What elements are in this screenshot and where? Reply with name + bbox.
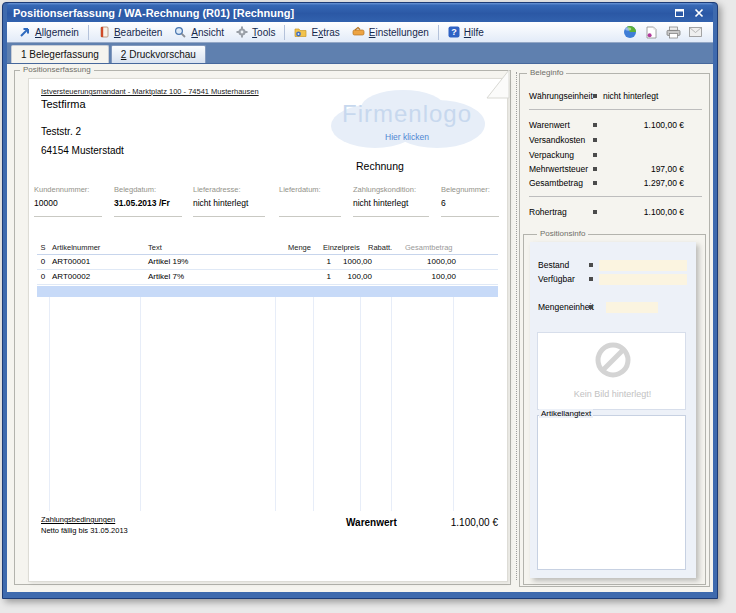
bullet-icon [593,138,597,142]
document-icon[interactable] [644,25,659,39]
menu-item-hilfe[interactable]: ? Hilfe [442,24,490,40]
field-value[interactable]: 6 [441,198,499,208]
logo-click-hint[interactable]: Hier klicken [325,132,489,142]
divider [529,196,702,197]
field-lieferadresse[interactable]: Lieferadresse: nicht hinterlegt [193,185,265,217]
tab-druckvorschau[interactable]: 2 Druckvorschau [111,45,206,63]
column-header-rabatt[interactable]: Rabatt. [368,243,404,252]
positionserfassung-group-label: Positionserfassung [20,65,94,74]
mandant-line[interactable]: Istversteuerungsmandant - Marktplatz 100… [41,87,259,96]
menu-bar: Allgemein Bearbeiten Ansicht [7,22,713,43]
verfuegbar-value-field [599,274,687,285]
bullet-icon [593,123,597,127]
warenwert-footer-label: Warenwert [346,517,397,528]
beleginfo-group-label: Beleginfo [527,68,566,77]
field-value[interactable]: 10000 [34,198,102,208]
table-header-row: S Artikelnummer Text Menge Einzelpreis R… [37,241,498,255]
menu-item-extras[interactable]: Extras [288,24,345,40]
menu-item-allgemein[interactable]: Allgemein [13,24,85,40]
menu-item-label: Ansicht [191,27,224,38]
tab-strip: 1 Belegerfassung 2 Druckvorschau [7,43,713,63]
table-row[interactable]: 0 ART00001 Artikel 19% 1 1000,00 1000,00 [37,255,498,270]
field-value[interactable]: nicht hinterlegt [193,198,265,208]
field-belegdatum[interactable]: Belegdatum: 31.05.2013 /Fr [114,185,182,217]
menu-item-label: Einstellungen [369,27,429,38]
invoice-page: Istversteuerungsmandant - Marktplatz 100… [28,78,508,582]
folder-gear-icon [294,26,307,38]
beleginfo-row-verpackung: Verpackung [529,150,702,162]
tab-belegerfassung[interactable]: 1 Belegerfassung [11,45,109,63]
selected-empty-row[interactable] [37,286,498,297]
title-bar: Positionserfassung / WA-Rechnung (R01) [… [7,3,713,22]
app-window: Positionserfassung / WA-Rechnung (R01) [… [2,2,718,599]
panel-separator [516,72,517,580]
beleginfo-row-warenwert: Warenwert 1.100,00 € [529,120,702,132]
toolbar-right [622,25,707,39]
menu-item-bearbeiten[interactable]: Bearbeiten [92,24,168,40]
menu-item-label: Tools [252,27,275,38]
menu-item-ansicht[interactable]: Ansicht [168,24,230,40]
menu-item-label: Hilfe [464,27,484,38]
address-street: Teststr. 2 [41,126,81,137]
column-header-s[interactable]: S [37,243,49,252]
mengeneinheit-value-field [606,302,658,313]
bestand-value-field [599,260,687,271]
address-name: Testfirma [41,98,86,110]
bullet-icon [589,263,593,267]
page-curl-icon [485,66,511,100]
address-city: 64154 Musterstadt [41,145,124,156]
no-image-icon [594,341,632,379]
bullet-icon [593,181,597,185]
restore-button[interactable] [671,6,687,19]
mail-icon[interactable] [688,25,703,39]
field-lieferdatum[interactable]: Lieferdatum: [279,185,341,217]
restore-icon [674,8,685,18]
help-icon: ? [448,26,460,38]
arrow-up-right-icon [19,26,31,38]
menu-item-tools[interactable]: Tools [230,24,281,40]
notebook-icon [98,26,110,38]
logo-watermark-text: Firmenlogo [325,100,489,128]
artikellangtext-textarea[interactable] [537,415,686,570]
no-image-text: Kein Bild hinterlegt! [538,389,687,399]
close-icon [694,8,704,18]
bullet-icon [593,210,597,214]
beleginfo-row-rohertrag: Rohertrag 1.100,00 € [529,207,702,219]
beleginfo-row-versandkosten: Versandkosten [529,135,702,147]
tab-label: 1 Belegerfassung [21,49,99,60]
column-header-artikelnummer[interactable]: Artikelnummer [52,243,147,252]
field-label: Kundennummer: [34,185,102,194]
tab-label: 2 Druckvorschau [121,49,196,60]
field-value[interactable]: 31.05.2013 /Fr [114,198,182,208]
beleginfo-row-gesamtbetrag: Gesamtbetrag 1.297,00 € [529,178,702,190]
positionsinfo-row-verfuegbar: Verfügbar [538,274,688,286]
printer-icon[interactable] [666,25,681,39]
menu-separator [88,25,89,40]
menu-item-einstellungen[interactable]: Einstellungen [346,24,435,40]
field-label: Lieferdatum: [279,185,341,194]
field-label: Belegdatum: [114,185,182,194]
beleginfo-row-waehrungseinheit: Währungseinheit nicht hinterlegt [529,91,702,103]
menu-separator [284,25,285,40]
column-header-text[interactable]: Text [148,243,278,252]
field-belegnummer[interactable]: Belegnummer: 6 [441,185,499,217]
positionsinfo-panel: Bestand Verfügbar Mengeneinheit Kein Bi [530,242,696,578]
bullet-icon [593,167,597,171]
beleginfo-row-mehrwertsteuer: Mehrwertsteuer 197,00 € [529,164,702,176]
magnifier-icon [174,26,187,38]
column-header-gesamtbetrag[interactable]: Gesamtbetrag [405,243,462,252]
close-button[interactable] [691,6,707,19]
field-value[interactable]: nicht hinterlegt [353,198,429,208]
bullet-icon [593,94,597,98]
field-kundennummer[interactable]: Kundennummer: 10000 [34,185,102,217]
table-row[interactable]: 0 ART00002 Artikel 7% 1 100,00 100,00 [37,270,498,285]
column-header-einzelpreis[interactable]: Einzelpreis [323,243,374,252]
divider [529,109,702,110]
menu-item-label: Bearbeiten [114,27,162,38]
field-zahlungskondition[interactable]: Zahlungskondition: nicht hinterlegt [353,185,429,217]
bullet-icon [593,153,597,157]
field-label: Zahlungskondition: [353,185,429,194]
statistics-icon[interactable] [622,25,637,39]
zahlungsbedingungen-link[interactable]: Zahlungsbedingungen [41,515,115,524]
company-logo-placeholder[interactable]: Firmenlogo Hier klicken [325,84,489,156]
